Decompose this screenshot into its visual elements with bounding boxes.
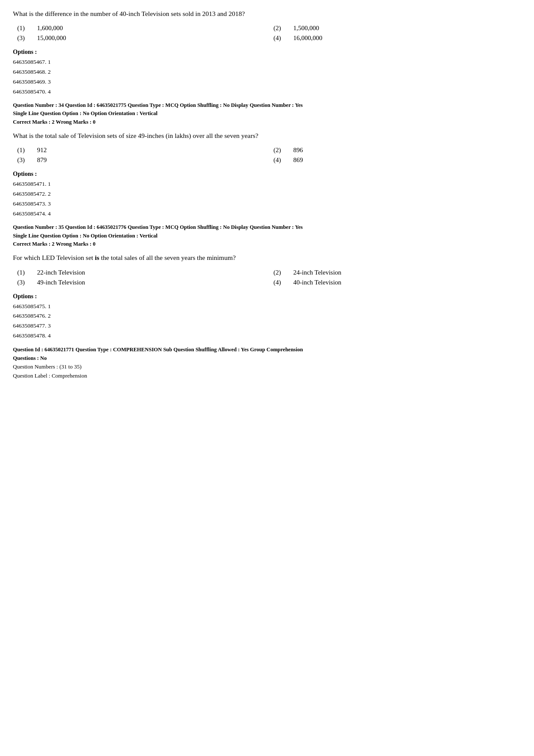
option-36-3-val: 49-inch Television [37,279,85,286]
option-35-2: (2) 896 [273,147,521,154]
question-35-text: What is the total sale of Television set… [13,131,521,141]
option-36-4: (4) 40-inch Television [273,279,521,286]
option-ids-35: 64635085471. 1 64635085472. 2 6463508547… [13,179,521,219]
option-id-34-1: 64635085467. 1 [13,57,521,67]
option-35-3: (3) 879 [17,156,265,164]
option-35-4: (4) 869 [273,156,521,164]
question-35: What is the total sale of Television set… [13,131,521,219]
meta-line-35-1: Question Number : 35 Question Id : 64635… [13,223,521,231]
option-34-3: (3) 15,000,000 [17,34,265,42]
option-id-35-3: 64635085473. 3 [13,199,521,209]
option-34-2: (2) 1,500,000 [273,25,521,32]
option-36-3: (3) 49-inch Television [17,279,265,286]
options-label-34: Options : [13,49,521,56]
option-34-3-val: 15,000,000 [37,34,66,42]
option-35-2-num: (2) [273,147,286,154]
option-id-36-4: 64635085478. 4 [13,331,521,341]
option-id-34-2: 64635085468. 2 [13,67,521,77]
question-34-options: (1) 1,600,000 (2) 1,500,000 (3) 15,000,0… [13,25,521,42]
option-35-3-val: 879 [37,156,47,164]
option-36-2-val: 24-inch Television [293,269,342,276]
question-36-text: For which LED Television set is the tota… [13,253,521,262]
option-ids-34: 64635085467. 1 64635085468. 2 6463508546… [13,57,521,97]
option-34-1: (1) 1,600,000 [17,25,265,32]
option-36-2-num: (2) [273,269,286,276]
comprehension-question-label: Question Label : Comprehension [13,372,521,381]
meta-block-35: Question Number : 35 Question Id : 64635… [13,223,521,248]
comprehension-meta-line-1: Question Id : 64635021771 Question Type … [13,345,521,354]
option-36-1-num: (1) [17,269,29,276]
option-id-34-3: 64635085469. 3 [13,77,521,87]
option-id-34-4: 64635085470. 4 [13,87,521,97]
correct-marks-35: Correct Marks : 2 Wrong Marks : 0 [13,240,521,248]
question-34-text: What is the difference in the number of … [13,9,521,19]
option-ids-36: 64635085475. 1 64635085476. 2 6463508547… [13,302,521,341]
option-id-36-2: 64635085476. 2 [13,311,521,321]
option-35-3-num: (3) [17,156,29,164]
comprehension-question-numbers: Question Numbers : (31 to 35) [13,362,521,372]
correct-marks-34: Correct Marks : 2 Wrong Marks : 0 [13,118,521,126]
option-36-1-val: 22-inch Television [37,269,85,276]
question-36-options: (1) 22-inch Television (2) 24-inch Telev… [13,269,521,286]
option-id-35-4: 64635085474. 4 [13,209,521,219]
options-label-36: Options : [13,293,521,300]
option-34-1-val: 1,600,000 [37,25,63,32]
comprehension-meta-line-2: Questions : No [13,354,521,362]
option-36-4-num: (4) [273,279,286,286]
option-36-3-num: (3) [17,279,29,286]
meta-line-34-2: Single Line Question Option : No Option … [13,109,521,118]
option-34-2-val: 1,500,000 [293,25,319,32]
option-id-36-1: 64635085475. 1 [13,302,521,312]
option-34-4: (4) 16,000,000 [273,34,521,42]
option-36-4-val: 40-inch Television [293,279,342,286]
option-35-1-val: 912 [37,147,47,154]
option-36-1: (1) 22-inch Television [17,269,265,276]
option-34-2-num: (2) [273,25,286,32]
option-35-4-num: (4) [273,156,286,164]
option-35-1-num: (1) [17,147,29,154]
comprehension-meta-block: Question Id : 64635021771 Question Type … [13,345,521,381]
option-id-36-3: 64635085477. 3 [13,321,521,331]
meta-block-34: Question Number : 34 Question Id : 64635… [13,101,521,126]
meta-line-34-1: Question Number : 34 Question Id : 64635… [13,101,521,109]
meta-line-35-2: Single Line Question Option : No Option … [13,232,521,240]
option-35-4-val: 869 [293,156,303,164]
option-34-1-num: (1) [17,25,29,32]
question-35-options: (1) 912 (2) 896 (3) 879 (4) 869 [13,147,521,164]
question-34: What is the difference in the number of … [13,9,521,97]
option-35-2-val: 896 [293,147,303,154]
option-34-3-num: (3) [17,34,29,42]
option-36-2: (2) 24-inch Television [273,269,521,276]
option-id-35-2: 64635085472. 2 [13,189,521,199]
options-label-35: Options : [13,171,521,178]
option-35-1: (1) 912 [17,147,265,154]
option-id-35-1: 64635085471. 1 [13,179,521,189]
option-34-4-num: (4) [273,34,286,42]
question-36: For which LED Television set is the tota… [13,253,521,341]
option-34-4-val: 16,000,000 [293,34,323,42]
